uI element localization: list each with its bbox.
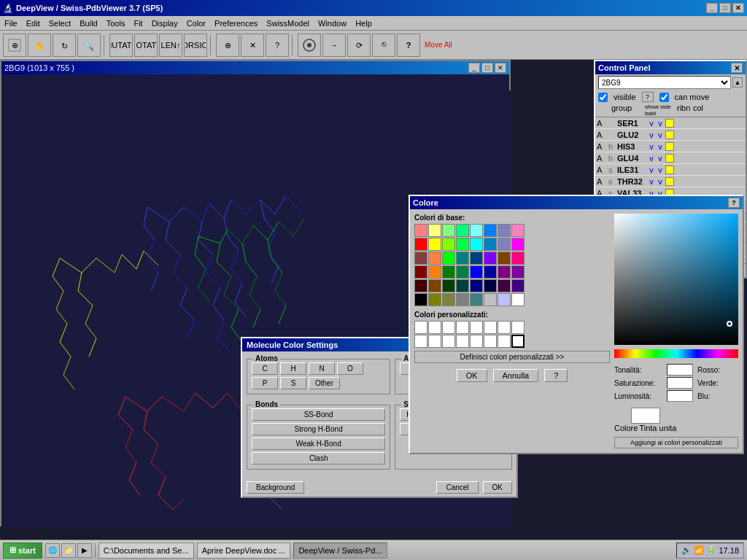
base-color-swatch-11[interactable] — [456, 238, 469, 251]
base-color-swatch-12[interactable] — [470, 238, 483, 251]
molecule-select[interactable]: 2BG9 — [598, 76, 731, 89]
base-color-swatch-47[interactable] — [511, 293, 525, 306]
residue-row[interactable]: A GLU2 v v — [595, 129, 746, 141]
base-color-swatch-30[interactable] — [498, 265, 511, 279]
base-color-swatch-27[interactable] — [456, 265, 469, 279]
menu-fit[interactable]: Fit — [129, 18, 147, 29]
base-color-swatch-45[interactable] — [484, 293, 497, 306]
toolbar-pick-btn[interactable]: ⊕ — [216, 34, 239, 57]
base-color-swatch-29[interactable] — [484, 265, 497, 279]
menu-select[interactable]: Select — [44, 18, 76, 29]
taskbar-item-explorer[interactable]: C:\Documents and Se... — [98, 542, 194, 559]
custom-color-swatch-13[interactable] — [484, 335, 497, 348]
custom-color-swatch-7[interactable] — [511, 321, 525, 334]
base-color-swatch-15[interactable] — [511, 238, 525, 251]
custom-color-swatch-8[interactable] — [414, 335, 427, 348]
menu-color[interactable]: Color — [182, 18, 210, 29]
color-gradient-canvas[interactable] — [614, 214, 738, 345]
weak-hbond-btn[interactable]: Weak H-Bond — [252, 438, 385, 450]
base-color-swatch-4[interactable] — [470, 224, 483, 237]
mol-maximize-btn[interactable]: □ — [481, 63, 493, 73]
residue-row[interactable]: A SER1 v v — [595, 117, 746, 129]
ql-app-btn[interactable]: ▶ — [77, 543, 92, 558]
base-color-swatch-18[interactable] — [442, 252, 455, 265]
menu-build[interactable]: Build — [75, 18, 101, 29]
toolbar-spin-btn[interactable]: ⟳ — [347, 34, 371, 57]
base-color-swatch-23[interactable] — [511, 252, 525, 265]
base-color-swatch-38[interactable] — [498, 279, 511, 292]
residue-row[interactable]: A h HIS3 v v — [595, 141, 746, 152]
base-color-swatch-24[interactable] — [414, 265, 427, 279]
taskbar-item-deepview[interactable]: DeepView / Swiss-Pd... — [293, 542, 387, 559]
toolbar-arrow-btn[interactable]: → — [322, 34, 346, 57]
add-custom-color-btn[interactable]: Aggiungi ai colori personalizzati — [614, 437, 738, 448]
custom-color-swatch-14[interactable] — [498, 335, 511, 348]
base-color-swatch-37[interactable] — [484, 279, 497, 292]
base-color-swatch-25[interactable] — [428, 265, 441, 279]
ql-folder-btn[interactable]: 📁 — [61, 543, 76, 558]
base-color-swatch-5[interactable] — [484, 224, 497, 237]
base-color-swatch-16[interactable] — [414, 252, 427, 265]
residue-row[interactable]: A s ILE31 v v — [595, 164, 746, 176]
base-color-swatch-19[interactable] — [456, 252, 469, 265]
custom-color-swatch-15[interactable] — [511, 335, 525, 348]
custom-color-swatch-5[interactable] — [484, 321, 497, 334]
toolbar-btn2[interactable]: MUTATE — [109, 34, 133, 57]
toolbar-move-btn[interactable]: ✋ — [28, 34, 51, 57]
toolbar-select-btn[interactable]: ⊕ — [3, 34, 26, 57]
base-color-swatch-17[interactable] — [428, 252, 441, 265]
menu-file[interactable]: File — [0, 18, 22, 29]
maximize-button[interactable]: □ — [719, 3, 731, 13]
base-color-swatch-1[interactable] — [428, 224, 441, 237]
toolbar-side-btn[interactable]: ⎋ — [372, 34, 395, 57]
custom-color-swatch-4[interactable] — [470, 321, 483, 334]
base-color-swatch-10[interactable] — [442, 238, 455, 251]
color-help-btn[interactable]: ? — [728, 198, 740, 208]
base-color-swatch-31[interactable] — [511, 265, 525, 279]
custom-color-swatch-12[interactable] — [470, 335, 483, 348]
hue-gradient-bar[interactable] — [614, 349, 738, 358]
taskbar-item-doc[interactable]: Aprire DeepView.doc ... — [197, 542, 291, 559]
atom-p-btn[interactable]: P — [252, 377, 278, 389]
cp-close-btn[interactable]: ✕ — [731, 63, 743, 73]
custom-color-swatch-11[interactable] — [456, 335, 469, 348]
toolbar-btn4[interactable]: LEN↑ — [159, 34, 182, 57]
ql-ie-btn[interactable]: 🌐 — [45, 543, 60, 558]
close-button[interactable]: ✕ — [732, 3, 744, 13]
menu-preferences[interactable]: Preferences — [210, 18, 262, 29]
cp-help-btn[interactable]: ? — [642, 92, 654, 102]
mol-minimize-btn[interactable]: _ — [468, 63, 480, 73]
atom-o-btn[interactable]: O — [337, 362, 363, 375]
custom-color-swatch-9[interactable] — [428, 335, 441, 348]
base-color-swatch-32[interactable] — [414, 279, 427, 292]
base-color-swatch-44[interactable] — [470, 293, 483, 306]
cp-scroll-up[interactable]: ▲ — [732, 77, 743, 88]
toolbar-help-btn[interactable]: ? — [397, 34, 420, 57]
residue-row[interactable]: A s THR32 v v — [595, 176, 746, 187]
base-color-swatch-35[interactable] — [456, 279, 469, 292]
sat-input[interactable]: 0 — [667, 377, 693, 389]
hue-input[interactable]: 160 — [667, 364, 693, 376]
base-color-swatch-42[interactable] — [442, 293, 455, 306]
color-cancel-btn[interactable]: Annulla — [493, 369, 539, 382]
minimize-button[interactable]: _ — [706, 3, 718, 13]
atom-other-btn[interactable]: Other — [309, 377, 340, 389]
atom-c-btn[interactable]: C — [252, 362, 278, 375]
base-color-swatch-2[interactable] — [442, 224, 455, 237]
base-color-swatch-43[interactable] — [456, 293, 469, 306]
atom-s-btn[interactable]: S — [280, 377, 306, 389]
toolbar-info-btn[interactable]: ? — [266, 34, 289, 57]
base-color-swatch-39[interactable] — [511, 279, 525, 292]
custom-color-swatch-3[interactable] — [456, 321, 469, 334]
base-color-swatch-34[interactable] — [442, 279, 455, 292]
base-color-swatch-41[interactable] — [428, 293, 441, 306]
mcs-cancel-btn[interactable]: Cancel — [436, 481, 478, 494]
toolbar-del-btn[interactable]: ✕ — [241, 34, 264, 57]
base-color-swatch-6[interactable] — [498, 224, 511, 237]
mol-close-btn[interactable]: ✕ — [495, 63, 506, 73]
custom-color-swatch-10[interactable] — [442, 335, 455, 348]
clash-btn[interactable]: Clash — [252, 452, 385, 464]
menu-tools[interactable]: Tools — [102, 18, 130, 29]
base-color-swatch-8[interactable] — [414, 238, 427, 251]
toolbar-rotate-btn[interactable]: ↻ — [53, 34, 76, 57]
